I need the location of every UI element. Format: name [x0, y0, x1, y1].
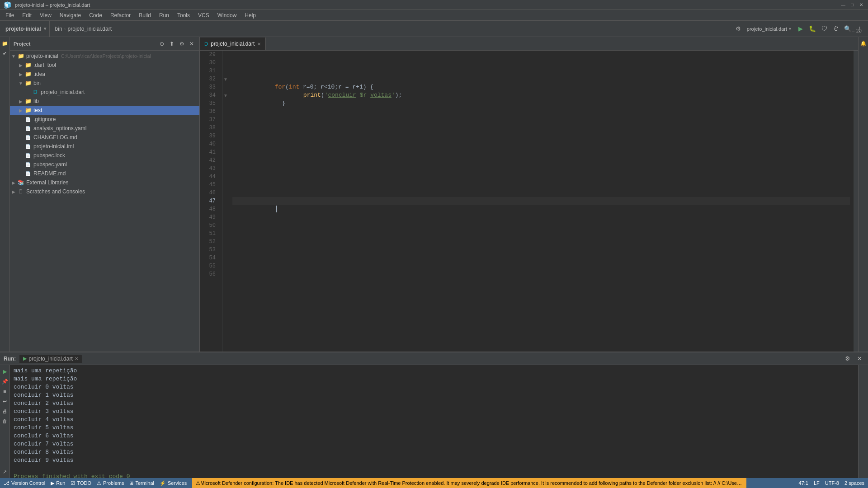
run-tab-icon: ▶	[23, 356, 27, 361]
side-icons-left: 📁 ✔	[0, 37, 10, 352]
status-todo[interactable]: ☑ TODO	[71, 480, 91, 486]
editor-tab-active[interactable]: D projeto_inicial.dart ✕	[200, 38, 266, 50]
ext-libs-arrow: ▶	[10, 179, 17, 186]
fold-51	[222, 230, 229, 238]
tree-lib[interactable]: ▶ 📁 lib	[10, 97, 199, 106]
settings-button[interactable]: ⚙	[733, 24, 743, 34]
tree-main-dart[interactable]: ▶ D projeto_inicial.dart	[10, 88, 199, 97]
status-terminal[interactable]: ⊞ Terminal	[129, 480, 154, 486]
menu-refactor[interactable]: Refactor	[107, 11, 134, 19]
project-icon[interactable]: 📁	[0, 39, 9, 48]
close-button[interactable]: ✕	[858, 2, 864, 8]
panel-close-icon[interactable]: ✕	[188, 40, 196, 48]
editor-split: 29 30 31 32 33 34 35 36 37 38 39 40 41 4…	[200, 51, 858, 352]
menu-view[interactable]: View	[36, 11, 55, 19]
run-tab[interactable]: ▶ projeto_inicial.dart ✕	[19, 355, 81, 363]
commit-icon[interactable]: ✔	[0, 49, 9, 58]
tree-scratches[interactable]: ▶ 🗒 Scratches and Consoles	[10, 187, 199, 196]
run-output-line-2: mais uma repetição	[14, 375, 854, 383]
fold-39	[222, 132, 229, 140]
toolbar-right: ⚙ projeto_inicial.dart ▼ ▶ 🐛 🛡 ⏱ 🔍 ⋮	[733, 24, 864, 34]
wrap-output-button[interactable]: ↩	[0, 397, 9, 406]
tree-dart-tool[interactable]: ▶ 📁 .dart_tool	[10, 61, 199, 70]
fold-34[interactable]: ▼	[222, 91, 229, 99]
run-config-dropdown[interactable]: projeto_inicial.dart ▼	[745, 24, 794, 34]
menu-edit[interactable]: Edit	[19, 11, 35, 19]
print-button[interactable]: 🖨	[0, 407, 9, 416]
notifications-icon[interactable]: 🔔	[859, 39, 868, 48]
ln-39: 39	[200, 132, 218, 140]
tree-pubspec-yaml[interactable]: ▶ 📄 pubspec.yaml	[10, 160, 199, 169]
code-editor[interactable]: 29 30 31 32 33 34 35 36 37 38 39 40 41 4…	[200, 51, 858, 352]
readme-label: README.md	[33, 170, 66, 177]
code-line-31	[232, 67, 850, 75]
collapse-all-icon[interactable]: ⬆	[168, 40, 176, 48]
sync-icon[interactable]: ⊙	[158, 40, 166, 48]
fold-35	[222, 99, 229, 108]
clear-output-button[interactable]: 🗑	[0, 417, 9, 426]
tree-idea[interactable]: ▶ 📁 .idea	[10, 70, 199, 79]
ext-libs-label: External Libraries	[26, 179, 68, 186]
tree-gitignore[interactable]: ▶ 📄 .gitignore	[10, 115, 199, 124]
regex-button[interactable]: ↗	[0, 467, 9, 476]
problems-icon: ⚠	[97, 480, 101, 486]
minimize-button[interactable]: —	[840, 2, 846, 8]
fold-gutter: ▼ ▼	[222, 51, 229, 352]
menu-run[interactable]: Run	[156, 11, 173, 19]
menu-vcs[interactable]: VCS	[194, 11, 213, 19]
run-hide-button[interactable]: ✕	[854, 354, 864, 364]
ln-53: 53	[200, 246, 218, 254]
view-options-icon[interactable]: ⚙	[178, 40, 186, 48]
status-problems[interactable]: ⚠ Problems	[97, 480, 124, 486]
tree-external-libs[interactable]: ▶ 📚 External Libraries	[10, 178, 199, 187]
tree-iml[interactable]: ▶ 📄 projeto-inicial.iml	[10, 142, 199, 151]
fold-54	[222, 254, 229, 262]
line-numbers: 29 30 31 32 33 34 35 36 37 38 39 40 41 4…	[200, 51, 222, 352]
tree-test[interactable]: ▶ 📁 test	[10, 106, 199, 115]
status-services[interactable]: ⚡ Services	[160, 480, 187, 486]
tree-analysis[interactable]: ▶ 📄 analysis_options.yaml	[10, 124, 199, 133]
tree-root[interactable]: ▼ 📁 projeto-inicial C:\Users\ricar\IdeaP…	[10, 52, 199, 61]
breadcrumb-file[interactable]: projeto_inicial.dart	[68, 26, 112, 32]
menu-navigate[interactable]: Navigate	[56, 11, 85, 19]
status-encoding[interactable]: UTF-8	[825, 480, 839, 486]
debug-button[interactable]: 🐛	[807, 24, 817, 34]
menu-help[interactable]: Help	[241, 11, 259, 19]
project-name[interactable]: projeto-inicial	[5, 26, 41, 32]
editor-scrollbar[interactable]	[854, 51, 858, 352]
tab-close-button[interactable]: ✕	[257, 42, 261, 47]
menu-build[interactable]: Build	[135, 11, 155, 19]
breadcrumb-bin[interactable]: bin	[55, 26, 62, 32]
run-toolbar: ▶ 📌 ≡ ↩ 🖨 🗑 ↗	[0, 365, 10, 478]
menu-tools[interactable]: Tools	[174, 11, 193, 19]
rerun-button[interactable]: ▶	[0, 367, 9, 376]
run-tab-close[interactable]: ✕	[75, 356, 78, 361]
maximize-button[interactable]: □	[849, 2, 855, 8]
status-position[interactable]: 47:1	[799, 480, 808, 486]
status-run[interactable]: ▶ Run	[51, 480, 65, 486]
menu-code[interactable]: Code	[85, 11, 106, 19]
changelog-label: CHANGELOG.md	[33, 134, 77, 141]
menu-file[interactable]: File	[2, 11, 18, 19]
window-controls: — □ ✕	[840, 2, 864, 8]
tree-pubspec-lock[interactable]: ▶ 📄 pubspec.lock	[10, 151, 199, 160]
status-indent[interactable]: 2 spaces	[844, 480, 864, 486]
search-button[interactable]: 🔍	[843, 24, 853, 34]
status-line-ending[interactable]: LF	[814, 480, 820, 486]
fold-32[interactable]: ▼	[222, 75, 229, 83]
coverage-button[interactable]: 🛡	[819, 24, 829, 34]
fold-31	[222, 67, 229, 75]
run-settings-button[interactable]: ⚙	[843, 354, 853, 364]
status-right: 47:1 LF UTF-8 2 spaces	[799, 480, 864, 486]
profile-button[interactable]: ⏱	[831, 24, 841, 34]
scroll-output-button[interactable]: ≡	[0, 387, 9, 396]
code-content[interactable]: for(int r=0; r<10;r = r+1) { print('conc…	[229, 51, 854, 352]
tree-readme[interactable]: ▶ 📄 README.md	[10, 169, 199, 178]
tree-bin[interactable]: ▼ 📁 bin	[10, 79, 199, 88]
title-bar-left: 🧊 projeto-inicial – projeto_inicial.dart	[4, 1, 90, 9]
pin-button[interactable]: 📌	[0, 377, 9, 386]
run-button[interactable]: ▶	[796, 24, 806, 34]
status-version-control[interactable]: ⎇ Version Control	[4, 480, 45, 486]
menu-window[interactable]: Window	[214, 11, 241, 19]
tree-changelog[interactable]: ▶ 📄 CHANGELOG.md	[10, 133, 199, 142]
